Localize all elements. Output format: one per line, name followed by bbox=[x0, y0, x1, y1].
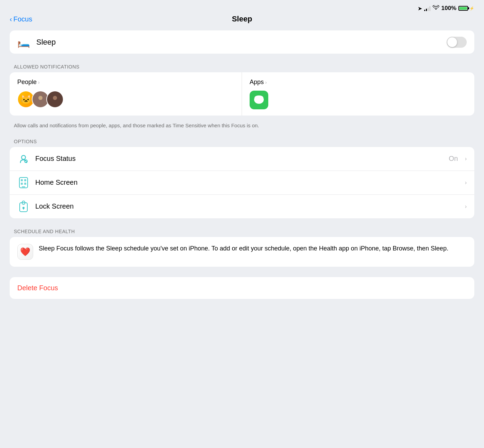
svg-rect-11 bbox=[21, 183, 23, 185]
status-bar: ➤ 100% ⚡ bbox=[0, 0, 484, 12]
home-screen-row[interactable]: Home Screen › bbox=[10, 171, 474, 194]
battery-icon: ⚡ bbox=[458, 6, 474, 11]
allowed-notifications-header: ALLOWED NOTIFICATIONS bbox=[10, 56, 474, 72]
people-chevron-icon: › bbox=[38, 80, 40, 85]
focus-status-row[interactable]: Focus Status On › bbox=[10, 147, 474, 171]
lock-screen-chevron-icon: › bbox=[465, 203, 467, 210]
back-chevron-icon: ‹ bbox=[10, 15, 12, 23]
avatars-row: 🐱 bbox=[17, 91, 234, 108]
heart-icon: ❤️ bbox=[20, 247, 30, 257]
avatar-person2 bbox=[46, 91, 64, 108]
battery-percent: 100% bbox=[441, 5, 456, 12]
svg-rect-13 bbox=[22, 186, 25, 187]
focus-status-icon bbox=[17, 153, 30, 165]
wifi-icon bbox=[432, 5, 439, 12]
sleep-row[interactable]: 🛏️ Sleep bbox=[10, 30, 474, 54]
back-button[interactable]: ‹ Focus bbox=[10, 15, 32, 23]
charging-bolt: ⚡ bbox=[469, 6, 474, 11]
options-card: Focus Status On › Home Screen › bbox=[10, 147, 474, 218]
people-cell[interactable]: People › 🐱 bbox=[10, 72, 242, 116]
notifications-grid: People › 🐱 bbox=[10, 72, 474, 116]
messages-app-icon bbox=[250, 91, 268, 109]
options-header: OPTIONS bbox=[10, 131, 474, 147]
svg-rect-17 bbox=[23, 208, 24, 210]
location-icon: ➤ bbox=[418, 5, 422, 12]
svg-rect-10 bbox=[24, 179, 26, 181]
apps-cell[interactable]: Apps › bbox=[242, 72, 474, 116]
schedule-card: ❤️ Sleep Focus follows the Sleep schedul… bbox=[10, 237, 474, 267]
back-label: Focus bbox=[13, 15, 32, 23]
home-screen-chevron-icon: › bbox=[465, 180, 467, 186]
svg-rect-9 bbox=[21, 179, 23, 181]
apps-cell-title: Apps › bbox=[250, 79, 467, 86]
svg-point-0 bbox=[38, 96, 43, 100]
svg-point-1 bbox=[37, 101, 44, 104]
schedule-health-header: SCHEDULE AND HEALTH bbox=[10, 221, 474, 237]
svg-point-3 bbox=[51, 101, 59, 104]
apps-chevron-icon: › bbox=[265, 80, 267, 85]
schedule-text: Sleep Focus follows the Sleep schedule y… bbox=[39, 244, 467, 254]
svg-point-2 bbox=[53, 96, 57, 100]
notifications-card: People › 🐱 bbox=[10, 72, 474, 116]
sleep-toggle[interactable] bbox=[447, 37, 467, 48]
sleep-label: Sleep bbox=[36, 38, 440, 47]
focus-status-label: Focus Status bbox=[35, 155, 443, 163]
sleep-toggle-card: 🛏️ Sleep bbox=[10, 30, 474, 54]
lock-screen-row[interactable]: Lock Screen › bbox=[10, 194, 474, 218]
notifications-footer-note: Allow calls and notifications from peopl… bbox=[10, 118, 474, 131]
signal-bars bbox=[424, 6, 430, 11]
toggle-knob bbox=[447, 37, 457, 47]
schedule-row: ❤️ Sleep Focus follows the Sleep schedul… bbox=[10, 237, 474, 267]
health-icon: ❤️ bbox=[17, 244, 33, 260]
focus-status-chevron-icon: › bbox=[465, 156, 467, 162]
people-cell-title: People › bbox=[17, 79, 234, 86]
svg-rect-12 bbox=[24, 183, 26, 185]
people-label: People bbox=[17, 79, 37, 86]
svg-rect-8 bbox=[19, 177, 28, 188]
svg-point-6 bbox=[22, 156, 25, 159]
focus-status-value: On bbox=[449, 155, 458, 163]
nav-header: ‹ Focus Sleep bbox=[0, 12, 484, 30]
home-screen-label: Home Screen bbox=[35, 179, 459, 186]
lock-screen-icon bbox=[17, 200, 30, 213]
sleep-bed-icon: 🛏️ bbox=[17, 36, 30, 48]
apps-label: Apps bbox=[250, 79, 264, 86]
delete-focus-section[interactable]: Delete Focus bbox=[10, 277, 474, 299]
page-title: Sleep bbox=[232, 15, 252, 24]
home-screen-icon bbox=[17, 176, 30, 189]
delete-focus-button[interactable]: Delete Focus bbox=[17, 284, 58, 292]
lock-screen-label: Lock Screen bbox=[35, 202, 459, 210]
apps-icon-container bbox=[250, 91, 467, 109]
main-content: 🛏️ Sleep ALLOWED NOTIFICATIONS People › … bbox=[0, 30, 484, 313]
